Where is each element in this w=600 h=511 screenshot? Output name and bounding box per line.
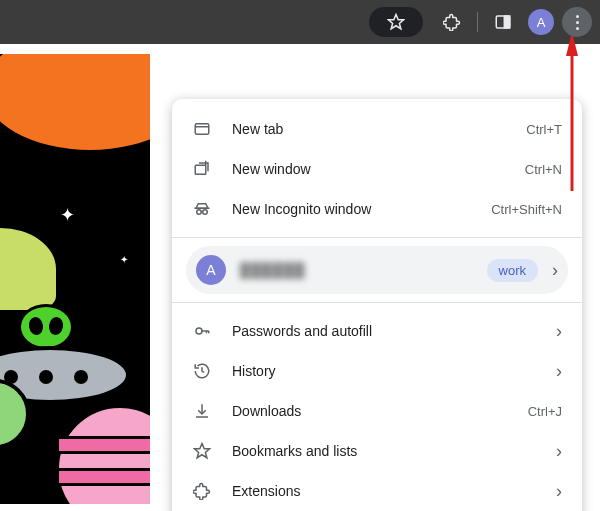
menu-item-downloads[interactable]: Downloads Ctrl+J bbox=[172, 391, 582, 431]
wallpaper-illustration: ✦ ✦ ✦ bbox=[0, 54, 150, 504]
menu-divider bbox=[172, 237, 582, 238]
new-tab-icon bbox=[192, 119, 212, 139]
svg-rect-4 bbox=[195, 124, 209, 135]
svg-rect-3 bbox=[505, 16, 510, 28]
menu-divider bbox=[172, 302, 582, 303]
menu-item-bookmarks[interactable]: Bookmarks and lists › bbox=[172, 431, 582, 471]
menu-item-history[interactable]: History › bbox=[172, 351, 582, 391]
history-icon bbox=[192, 361, 212, 381]
menu-label: New Incognito window bbox=[232, 201, 471, 217]
menu-item-profile[interactable]: A ██████ work › bbox=[186, 246, 568, 294]
toolbar-divider bbox=[477, 12, 478, 32]
chevron-right-icon: › bbox=[556, 442, 562, 460]
chevron-right-icon: › bbox=[556, 362, 562, 380]
svg-marker-0 bbox=[389, 15, 404, 29]
svg-point-13 bbox=[196, 328, 202, 334]
svg-rect-6 bbox=[195, 165, 206, 174]
menu-label: Bookmarks and lists bbox=[232, 443, 536, 459]
menu-shortcut: Ctrl+T bbox=[526, 122, 562, 137]
menu-item-new-window[interactable]: New window Ctrl+N bbox=[172, 149, 582, 189]
menu-shortcut: Ctrl+N bbox=[525, 162, 562, 177]
profile-avatar: A bbox=[196, 255, 226, 285]
extensions-puzzle-icon[interactable] bbox=[435, 5, 469, 39]
svg-marker-19 bbox=[195, 444, 210, 458]
menu-item-incognito[interactable]: New Incognito window Ctrl+Shift+N bbox=[172, 189, 582, 229]
side-panel-icon[interactable] bbox=[486, 5, 520, 39]
browser-toolbar: A bbox=[0, 0, 600, 44]
menu-label: New tab bbox=[232, 121, 506, 137]
incognito-icon bbox=[192, 199, 212, 219]
svg-point-10 bbox=[197, 210, 202, 215]
more-menu-button[interactable] bbox=[562, 7, 592, 37]
chevron-right-icon: › bbox=[556, 482, 562, 500]
menu-item-passwords[interactable]: Passwords and autofill › bbox=[172, 311, 582, 351]
profile-name-redacted: ██████ bbox=[240, 262, 473, 278]
profile-avatar-button[interactable]: A bbox=[524, 5, 558, 39]
menu-label: Extensions bbox=[232, 483, 536, 499]
menu-item-extensions[interactable]: Extensions › bbox=[172, 471, 582, 511]
bookmark-star-icon bbox=[192, 441, 212, 461]
chevron-right-icon: › bbox=[556, 322, 562, 340]
menu-shortcut: Ctrl+Shift+N bbox=[491, 202, 562, 217]
content-area: ✦ ✦ ✦ New tab Ctrl+T bbox=[0, 44, 600, 511]
chrome-main-menu: New tab Ctrl+T New window Ctrl+N New Inc… bbox=[172, 99, 582, 511]
menu-label: New window bbox=[232, 161, 505, 177]
key-icon bbox=[192, 321, 212, 341]
omnibox-end bbox=[369, 7, 423, 37]
extensions-icon bbox=[192, 481, 212, 501]
menu-label: History bbox=[232, 363, 536, 379]
svg-point-11 bbox=[203, 210, 208, 215]
new-window-icon bbox=[192, 159, 212, 179]
menu-item-new-tab[interactable]: New tab Ctrl+T bbox=[172, 109, 582, 149]
menu-shortcut: Ctrl+J bbox=[528, 404, 562, 419]
avatar-letter: A bbox=[528, 9, 554, 35]
profile-tag-badge: work bbox=[487, 259, 538, 282]
chevron-right-icon: › bbox=[552, 261, 558, 279]
bookmark-star-icon[interactable] bbox=[379, 5, 413, 39]
download-icon bbox=[192, 401, 212, 421]
menu-label: Downloads bbox=[232, 403, 508, 419]
menu-label: Passwords and autofill bbox=[232, 323, 536, 339]
vertical-dots-icon bbox=[576, 15, 579, 30]
